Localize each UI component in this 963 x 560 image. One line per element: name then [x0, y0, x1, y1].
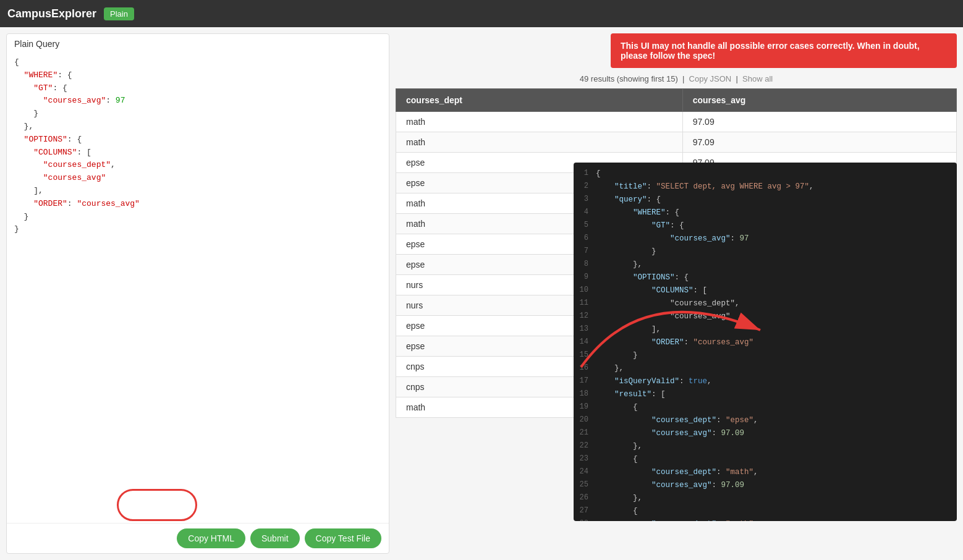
line-content: "OPTIONS": { [596, 271, 957, 284]
line-number: 27 [574, 505, 596, 518]
line-number: 15 [574, 349, 596, 362]
line-number: 9 [574, 271, 596, 284]
line-number: 16 [574, 362, 596, 375]
code-line: 10 "COLUMNS": [ [574, 284, 957, 297]
line-content: "query": { [596, 193, 957, 206]
line-content: { [596, 505, 957, 518]
results-header: 49 results (showing first 15) | Copy JSO… [396, 74, 957, 83]
code-line: 20 "courses_dept": "epse", [574, 414, 957, 427]
copy-json-link[interactable]: Copy JSON [689, 74, 732, 83]
line-number: 10 [574, 284, 596, 297]
line-content: "courses_avg": 97 [596, 232, 957, 245]
line-number: 18 [574, 388, 596, 401]
line-number: 11 [574, 297, 596, 310]
line-content: }, [596, 362, 957, 375]
cell-avg: 97.09 [682, 132, 956, 153]
col-header-dept: courses_dept [396, 89, 683, 112]
line-content: "courses_dept": "math", [596, 518, 957, 521]
line-number: 20 [574, 414, 596, 427]
button-bar: Copy HTML Submit Copy Test File [7, 523, 389, 553]
line-content: "title": "SELECT dept, avg WHERE avg > 9… [596, 180, 957, 193]
cell-avg: 97.09 [682, 112, 956, 132]
code-line: 28 "courses_dept": "math", [574, 518, 957, 521]
line-content: ], [596, 323, 957, 336]
code-line: 21 "courses_avg": 97.09 [574, 427, 957, 440]
code-line: 14 "ORDER": "courses_avg" [574, 336, 957, 349]
line-number: 24 [574, 466, 596, 479]
table-wrapper: courses_dept courses_avg math97.09math97… [396, 88, 957, 554]
code-overlay[interactable]: 1{2 "title": "SELECT dept, avg WHERE avg… [574, 163, 957, 521]
code-line: 3 "query": { [574, 193, 957, 206]
results-count: 49 results (showing first 15) [580, 74, 678, 83]
line-number: 23 [574, 453, 596, 466]
code-line: 17 "isQueryValid": true, [574, 375, 957, 388]
code-line: 9 "OPTIONS": { [574, 271, 957, 284]
line-number: 25 [574, 479, 596, 492]
code-line: 2 "title": "SELECT dept, avg WHERE avg >… [574, 180, 957, 193]
submit-button[interactable]: Submit [250, 528, 300, 548]
code-line: 19 { [574, 401, 957, 414]
line-content: "COLUMNS": [ [596, 284, 957, 297]
line-content: }, [596, 258, 957, 271]
left-panel: Plain Query { "WHERE": { "GT": { "course… [6, 33, 389, 554]
code-line: 4 "WHERE": { [574, 206, 957, 219]
line-number: 4 [574, 206, 596, 219]
line-number: 22 [574, 440, 596, 453]
code-line: 11 "courses_dept", [574, 297, 957, 310]
line-content: "courses_avg" [596, 310, 957, 323]
top-nav: CampusExplorer Plain [0, 0, 963, 27]
line-number: 2 [574, 180, 596, 193]
query-code-area: { "WHERE": { "GT": { "courses_avg": 97 }… [7, 51, 389, 523]
line-number: 7 [574, 245, 596, 258]
code-line: 25 "courses_avg": 97.09 [574, 479, 957, 492]
code-line: 12 "courses_avg" [574, 310, 957, 323]
line-content: "courses_avg": 97.09 [596, 479, 957, 492]
code-line: 22 }, [574, 440, 957, 453]
line-content: }, [596, 492, 957, 505]
code-line: 15 } [574, 349, 957, 362]
code-line: 1{ [574, 168, 957, 180]
line-content: "courses_dept", [596, 297, 957, 310]
table-header-row: courses_dept courses_avg [396, 89, 957, 112]
code-line: 24 "courses_dept": "math", [574, 466, 957, 479]
line-content: "GT": { [596, 219, 957, 232]
copy-html-button[interactable]: Copy HTML [177, 528, 245, 548]
code-line: 5 "GT": { [574, 219, 957, 232]
line-number: 6 [574, 232, 596, 245]
table-row: math97.09 [396, 112, 957, 132]
line-number: 8 [574, 258, 596, 271]
code-line: 7 } [574, 245, 957, 258]
line-number: 21 [574, 427, 596, 440]
line-content: "courses_dept": "math", [596, 466, 957, 479]
line-content: } [596, 349, 957, 362]
code-line: 13 ], [574, 323, 957, 336]
app-title: CampusExplorer [7, 7, 96, 20]
code-line: 16 }, [574, 362, 957, 375]
line-number: 12 [574, 310, 596, 323]
warning-box: This UI may not handle all possible erro… [611, 33, 957, 68]
code-line: 6 "courses_avg": 97 [574, 232, 957, 245]
cell-dept: math [396, 112, 683, 132]
code-line: 27 { [574, 505, 957, 518]
copy-test-file-button[interactable]: Copy Test File [305, 528, 381, 548]
line-number: 19 [574, 401, 596, 414]
line-content: { [596, 168, 957, 180]
line-number: 1 [574, 168, 596, 180]
line-content: "WHERE": { [596, 206, 957, 219]
line-number: 3 [574, 193, 596, 206]
line-content: } [596, 245, 957, 258]
show-all-link[interactable]: Show all [742, 74, 773, 83]
line-content: "courses_dept": "epse", [596, 414, 957, 427]
col-header-avg: courses_avg [682, 89, 956, 112]
line-content: "result": [ [596, 388, 957, 401]
line-content: "courses_avg": 97.09 [596, 427, 957, 440]
nav-badge[interactable]: Plain [104, 7, 134, 20]
panel-title: Plain Query [7, 34, 389, 51]
line-number: 14 [574, 336, 596, 349]
line-content: { [596, 401, 957, 414]
cell-dept: math [396, 132, 683, 153]
line-content: "ORDER": "courses_avg" [596, 336, 957, 349]
code-line: 8 }, [574, 258, 957, 271]
line-content: "isQueryValid": true, [596, 375, 957, 388]
line-content: }, [596, 440, 957, 453]
